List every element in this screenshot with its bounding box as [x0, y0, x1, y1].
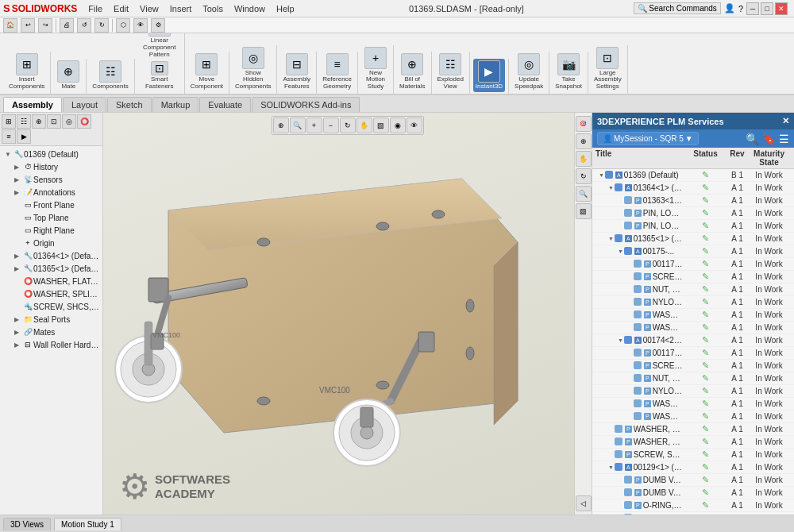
vp-rotate2[interactable]: ↻ — [576, 168, 592, 184]
vp-zoom2[interactable]: 🔍 — [576, 186, 592, 202]
rp-close-icon[interactable]: ✕ — [782, 116, 789, 126]
vp-section2[interactable]: ▧ — [576, 203, 592, 219]
tree-item[interactable]: ▶ 🔗 Mates — [2, 326, 101, 338]
menu-help[interactable]: Help — [272, 2, 299, 15]
tree-item[interactable]: ▭ Front Plane — [2, 199, 101, 211]
session-button[interactable]: 👤 MySession - SQR 5 ▼ — [597, 132, 699, 145]
rp-tree-row[interactable]: ▼ A 00175-... ✎ A 1 In Work — [592, 245, 794, 258]
vp-btn-display[interactable]: ◉ — [390, 118, 406, 133]
rp-tree-row[interactable]: P O-RING, 2-015<1>.... ✎ A 1 In Work — [592, 499, 794, 512]
rp-menu-icon[interactable]: ☰ — [779, 133, 789, 145]
lp-btn-7[interactable]: ≡ — [2, 129, 16, 144]
tab-evaluate[interactable]: Evaluate — [199, 97, 251, 112]
toolbar-3d[interactable]: ⬡ — [116, 18, 130, 33]
rp-tree-row[interactable]: P 00117<1> (00... ✎ A 1 In Work — [592, 347, 794, 360]
rp-tree-row[interactable]: P 00117<1> (00... ✎ A 1 In Work — [592, 258, 794, 271]
rp-tree-row[interactable]: ▼ A 01365<1> (Default) ✎ A 1 In Work — [592, 233, 794, 245]
vp-view-orient[interactable]: 🎯 — [576, 116, 592, 132]
ribbon-btn-large-assembly[interactable]: ⊡ LargeAssemblySettings — [592, 45, 624, 92]
vp-btn-zoom-fit[interactable]: ⊕ — [273, 118, 289, 133]
menu-file[interactable]: File — [83, 2, 107, 15]
tree-item[interactable]: ▶ 📁 Seal Ports — [2, 313, 101, 326]
tree-item[interactable]: ⭕ WASHER, FLAT, M5 SCREW, 5.3 M — [2, 275, 101, 287]
user-icon[interactable]: 👤 — [724, 3, 735, 13]
rp-tree-row[interactable]: ▼ A 00174<2> (00174... ✎ A 1 In Work — [592, 334, 794, 347]
tree-item[interactable]: ⭕ WASHER, SPLIT LOCK, M5 SCREW — [2, 287, 101, 300]
ribbon-btn-linear-pattern[interactable]: ↔ Linear ComponentPattern — [138, 33, 181, 60]
rp-tree-row[interactable]: P WASHER, FL.... ✎ A 1 In Work — [592, 322, 794, 334]
tree-item[interactable]: ▶ 🔧 01364<1> (Default) — [2, 249, 101, 262]
ribbon-btn-new-motion[interactable]: + NewMotionStudy — [361, 45, 390, 92]
tab-addins[interactable]: SOLIDWORKS Add-ins — [252, 97, 360, 112]
lp-btn-1[interactable]: ⊞ — [2, 114, 16, 129]
rp-tree-row[interactable]: ▼ A 01364<1> (Default) ✎ A 1 In Work — [592, 182, 794, 195]
ribbon-btn-snapshot[interactable]: 📷 TakeSnapshot — [553, 52, 584, 92]
tree-item[interactable]: ▼ 🔧 01369 (Default) — [2, 148, 101, 160]
search-commands[interactable]: 🔍 Search Commands — [634, 2, 721, 14]
vp-collapse[interactable]: ◁ — [576, 495, 592, 511]
vp-btn-zoom-out[interactable]: − — [323, 118, 339, 133]
toolbar-undo[interactable]: ↺ — [77, 18, 91, 33]
tree-item[interactable]: ▭ Right Plane — [2, 224, 101, 237]
lp-btn-5[interactable]: ◎ — [62, 114, 76, 129]
ribbon-btn-show-hidden[interactable]: ◎ ShowHiddenComponents — [233, 45, 273, 92]
tab-sketch[interactable]: Sketch — [107, 97, 152, 112]
tree-item[interactable]: ▭ Top Plane — [2, 211, 101, 224]
lp-btn-2[interactable]: ☷ — [17, 114, 31, 129]
toolbar-open[interactable]: ↩ — [21, 18, 35, 33]
rp-tree-row[interactable]: P O-RING, 3-904<1>.... ✎ A 1 In Work — [592, 512, 794, 515]
toolbar-print[interactable]: 🖨 — [60, 18, 74, 33]
minimize-button[interactable]: ─ — [746, 2, 759, 15]
toolbar-new[interactable]: 🏠 — [3, 18, 17, 33]
tree-item[interactable]: ▶ 📝 Annotations — [2, 186, 101, 199]
rp-tree-row[interactable]: ▼ A 00129<1> (Default) ✎ A 1 In Work — [592, 461, 794, 474]
rp-tree-row[interactable]: P 01363<1> (Default) ✎ A 1 In Work — [592, 195, 794, 207]
menu-window[interactable]: Window — [229, 2, 270, 15]
ribbon-btn-instant3d[interactable]: ▶ Instant3D — [473, 59, 505, 92]
rp-tree-row[interactable]: P SCREW, SHCS, M5 X.... ✎ A 1 In Work — [592, 449, 794, 461]
vp-btn-zoom-area[interactable]: 🔍 — [290, 118, 306, 133]
rp-bookmark-icon[interactable]: 🔖 — [762, 133, 776, 145]
ribbon-btn-exploded[interactable]: ☷ ExplodedView — [435, 52, 466, 92]
rp-tree-row[interactable]: P WASHER, FLAT, M5 S.... ✎ A 1 In Work — [592, 423, 794, 436]
btab-3d-views[interactable]: 3D Views — [3, 518, 51, 530]
question-icon[interactable]: ? — [738, 4, 743, 13]
vp-btn-zoom-in[interactable]: + — [306, 118, 322, 133]
vp-zoom-fit2[interactable]: ⊕ — [576, 133, 592, 149]
tab-markup[interactable]: Markup — [152, 97, 199, 112]
toolbar-save[interactable]: ↪ — [38, 18, 52, 33]
rp-tree-row[interactable]: P WASHER, FL.... ✎ A 1 In Work — [592, 398, 794, 411]
btab-motion-study[interactable]: Motion Study 1 — [54, 518, 121, 530]
toolbar-redo[interactable]: ↻ — [94, 18, 109, 33]
tree-item[interactable]: ▶ 🔧 01365<1> (Default) — [2, 262, 101, 275]
lp-btn-8[interactable]: ▶ — [17, 129, 31, 144]
menu-tools[interactable]: Tools — [198, 2, 228, 15]
ribbon-btn-smart-fasteners[interactable]: ⊡ SmartFasteners — [143, 60, 176, 92]
close-button[interactable]: ✕ — [775, 2, 788, 15]
ribbon-btn-bom[interactable]: ⊕ Bill ofMaterials — [397, 52, 427, 92]
tab-layout[interactable]: Layout — [63, 97, 106, 112]
restore-button[interactable]: □ — [761, 2, 773, 15]
vp-btn-pan[interactable]: ✋ — [357, 118, 372, 133]
lp-btn-4[interactable]: ⊡ — [47, 114, 61, 129]
vp-btn-rotate[interactable]: ↻ — [340, 118, 356, 133]
rp-tree-row[interactable]: P WASHER, FL.... ✎ A 1 In Work — [592, 411, 794, 423]
rp-tree-row[interactable]: P DUMB Valve Popp.... ✎ A 1 In Work — [592, 487, 794, 499]
vp-btn-hide[interactable]: 👁 — [407, 118, 422, 133]
lp-btn-6[interactable]: ⭕ — [77, 114, 91, 129]
viewport[interactable]: ⊕ 🔍 + − ↻ ✋ ▧ ◉ 👁 — [103, 113, 592, 515]
toolbar-options[interactable]: ⚙ — [151, 18, 165, 33]
toolbar-view[interactable]: 👁 — [133, 18, 148, 33]
tree-item[interactable]: + Origin — [2, 237, 101, 249]
rp-tree-row[interactable]: P NYLON WHE.... ✎ A 1 In Work — [592, 296, 794, 309]
menu-view[interactable]: View — [135, 2, 164, 15]
tree-item[interactable]: ▶ ⏱ History — [2, 160, 101, 173]
tree-item[interactable]: ▶ 📡 Sensors — [2, 173, 101, 186]
rp-tree-row[interactable]: P WASHER, FL.... ✎ A 1 In Work — [592, 309, 794, 322]
ribbon-btn-assembly-features[interactable]: ⊟ AssemblyFeatures — [280, 52, 313, 92]
tree-item[interactable]: ▶ ⊟ Wall Roller Hardware Pattern — [2, 338, 101, 351]
ribbon-btn-components[interactable]: ☷ Components — [90, 59, 130, 92]
lp-btn-3[interactable]: ⊕ — [32, 114, 46, 129]
rp-tree-row[interactable]: P NUT, LOCK,.... ✎ A 1 In Work — [592, 372, 794, 385]
rp-tree-row[interactable]: P WASHER, SPLIT LOC.... ✎ A 1 In Work — [592, 436, 794, 449]
